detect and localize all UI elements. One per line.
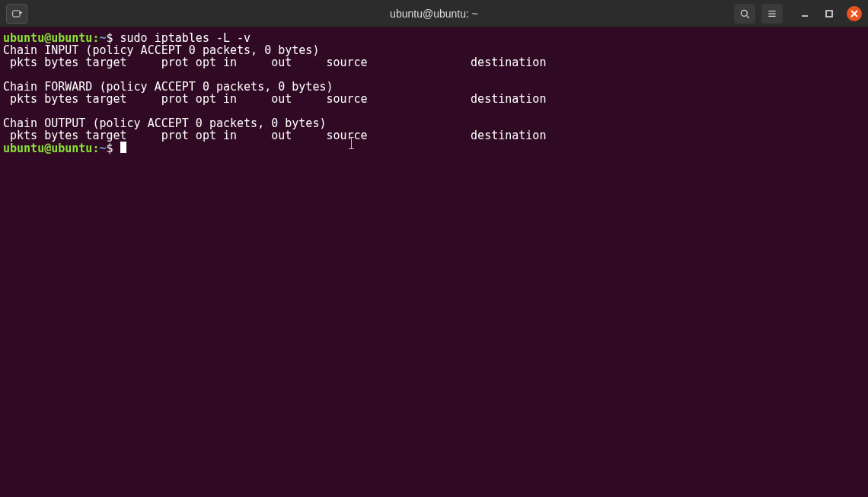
menu-button[interactable] [761,4,783,24]
hamburger-icon [766,8,778,20]
search-icon [739,8,751,20]
titlebar-right [734,4,862,24]
titlebar-left [6,4,27,24]
columns-header: pkts bytes target prot opt in out source… [3,92,546,106]
terminal-cursor [120,142,126,153]
close-button[interactable] [847,6,862,21]
new-tab-icon [11,8,23,20]
close-icon [850,10,858,18]
columns-header: pkts bytes target prot opt in out source… [3,56,546,69]
svg-rect-7 [826,11,832,17]
prompt-symbol: $ [106,142,113,155]
svg-point-1 [741,10,747,16]
columns-header: pkts bytes target prot opt in out source… [3,129,546,142]
minimize-icon [800,9,809,18]
maximize-button[interactable] [822,7,836,21]
window-title: ubuntu@ubuntu: ~ [390,8,478,20]
terminal-content[interactable]: ubuntu@ubuntu:~$ sudo iptables -L -v Cha… [0,27,868,497]
svg-rect-0 [13,11,20,17]
svg-line-2 [747,15,749,18]
window-controls [798,6,862,21]
terminal-window: ubuntu@ubuntu: ~ [0,0,868,497]
maximize-icon [825,9,834,18]
minimize-button[interactable] [798,7,812,21]
titlebar: ubuntu@ubuntu: ~ [0,0,868,27]
prompt-user-host: ubuntu@ubuntu [3,142,92,155]
search-button[interactable] [734,4,755,24]
new-tab-button[interactable] [6,4,27,24]
